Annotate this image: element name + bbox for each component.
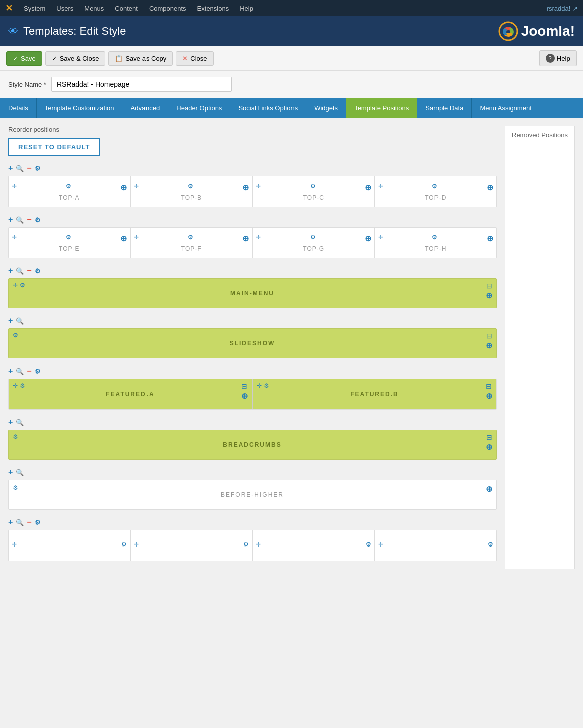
move-icon-top-a[interactable]: ✛ — [12, 183, 17, 192]
search-btn-8[interactable]: 🔍 — [16, 519, 24, 526]
tab-sample-data[interactable]: Sample Data — [417, 98, 472, 118]
search-btn-7[interactable]: 🔍 — [16, 469, 24, 476]
gear-icon-top-e[interactable]: ⚙ — [66, 234, 71, 243]
gear-icon-main-menu[interactable]: ⚙ — [20, 282, 25, 289]
add-row-btn-1[interactable]: + — [8, 164, 13, 173]
gear-icon-partial-3[interactable]: ⚙ — [366, 541, 371, 548]
search-btn-2[interactable]: 🔍 — [16, 216, 24, 224]
gear-icon-breadcrumbs[interactable]: ⚙ — [13, 433, 18, 440]
nav-content[interactable]: Content — [110, 2, 143, 15]
gear-icon-top-b[interactable]: ⚙ — [188, 183, 193, 192]
search-btn-1[interactable]: 🔍 — [16, 165, 24, 172]
add-icon-top-c[interactable]: ⊕ — [365, 183, 371, 192]
close-button[interactable]: ✕ Close — [176, 51, 213, 66]
remove-icon-featured-b[interactable]: ⊟ — [486, 382, 492, 390]
settings-btn-5[interactable]: ⚙ — [35, 368, 41, 375]
style-name-input[interactable] — [51, 77, 232, 92]
move-icon-partial-2[interactable]: ✛ — [134, 541, 139, 548]
add-icon-top-d[interactable]: ⊕ — [487, 183, 493, 192]
remove-icon-breadcrumbs[interactable]: ⊟ — [486, 433, 492, 441]
search-btn-4[interactable]: 🔍 — [16, 317, 24, 325]
move-icon-top-e[interactable]: ✛ — [12, 234, 17, 243]
add-row-btn-3[interactable]: + — [8, 266, 13, 275]
save-button[interactable]: ✓ Save — [6, 51, 42, 66]
move-icon-main-menu[interactable]: ✛ — [13, 282, 18, 289]
tab-advanced[interactable]: Advanced — [122, 98, 168, 118]
gear-icon-slideshow[interactable]: ⚙ — [13, 332, 18, 339]
search-btn-5[interactable]: 🔍 — [16, 368, 24, 375]
move-icon-featured-b[interactable]: ✛ — [257, 382, 262, 389]
add-row-btn-5[interactable]: + — [8, 367, 13, 376]
gear-icon-top-c[interactable]: ⚙ — [310, 183, 316, 192]
nav-extensions[interactable]: Extensions — [192, 2, 234, 15]
gear-icon-featured-a[interactable]: ⚙ — [20, 382, 25, 389]
move-icon-top-h[interactable]: ✛ — [378, 234, 383, 243]
gear-icon-top-f[interactable]: ⚙ — [188, 234, 193, 243]
nav-menus[interactable]: Menus — [79, 2, 109, 15]
add-icon-top-h[interactable]: ⊕ — [487, 234, 493, 243]
gear-icon-top-g[interactable]: ⚙ — [310, 234, 316, 243]
add-icon-before-higher[interactable]: ⊕ — [486, 484, 492, 494]
add-row-btn-2[interactable]: + — [8, 215, 13, 224]
gear-icon-before-higher[interactable]: ⚙ — [13, 484, 18, 491]
add-icon-top-e[interactable]: ⊕ — [120, 234, 127, 243]
gear-icon-top-h[interactable]: ⚙ — [432, 234, 438, 243]
search-btn-3[interactable]: 🔍 — [16, 267, 24, 275]
gear-icon-partial-4[interactable]: ⚙ — [488, 541, 493, 548]
add-icon-featured-b[interactable]: ⊕ — [486, 391, 492, 401]
remove-icon-featured-a[interactable]: ⊟ — [241, 382, 248, 390]
settings-btn-2[interactable]: ⚙ — [35, 216, 41, 224]
search-btn-6[interactable]: 🔍 — [16, 419, 24, 426]
add-icon-featured-a[interactable]: ⊕ — [241, 391, 248, 401]
tab-social-links[interactable]: Social Links Options — [230, 98, 306, 118]
tab-details[interactable]: Details — [0, 98, 37, 118]
add-icon-slideshow[interactable]: ⊕ — [486, 341, 492, 350]
move-icon-top-g[interactable]: ✛ — [256, 234, 261, 243]
add-icon-top-a[interactable]: ⊕ — [120, 183, 127, 192]
add-icon-top-f[interactable]: ⊕ — [242, 234, 249, 243]
add-row-btn-6[interactable]: + — [8, 418, 13, 427]
move-icon-partial-1[interactable]: ✛ — [12, 541, 17, 548]
tab-menu-assignment[interactable]: Menu Assignment — [472, 98, 540, 118]
nav-components[interactable]: Components — [144, 2, 191, 15]
settings-btn-8[interactable]: ⚙ — [35, 519, 41, 526]
move-icon-top-f[interactable]: ✛ — [134, 234, 139, 243]
remove-btn-5[interactable]: − — [27, 367, 31, 376]
add-icon-main-menu[interactable]: ⊕ — [486, 291, 492, 300]
add-row-btn-4[interactable]: + — [8, 316, 13, 325]
save-copy-button[interactable]: 📋 Save as Copy — [108, 51, 173, 66]
tab-template-positions[interactable]: Template Positions — [346, 98, 417, 118]
add-row-btn-7[interactable]: + — [8, 468, 13, 477]
gear-icon-partial-2[interactable]: ⚙ — [243, 541, 249, 548]
nav-users[interactable]: Users — [51, 2, 78, 15]
move-icon-top-d[interactable]: ✛ — [378, 183, 383, 192]
gear-icon-featured-b[interactable]: ⚙ — [264, 382, 269, 389]
remove-btn-3[interactable]: − — [27, 266, 31, 275]
nav-help[interactable]: Help — [235, 2, 258, 15]
move-icon-partial-3[interactable]: ✛ — [256, 541, 261, 548]
add-row-btn-8[interactable]: + — [8, 518, 13, 527]
add-icon-top-g[interactable]: ⊕ — [365, 234, 371, 243]
remove-btn-2[interactable]: − — [27, 215, 31, 224]
move-icon-top-b[interactable]: ✛ — [134, 183, 139, 192]
help-button[interactable]: ? Help — [539, 50, 577, 66]
tab-widgets[interactable]: Widgets — [306, 98, 346, 118]
tab-template-customization[interactable]: Template Customization — [37, 98, 123, 118]
move-icon-partial-4[interactable]: ✛ — [378, 541, 383, 548]
gear-icon-top-a[interactable]: ⚙ — [66, 183, 71, 192]
remove-btn-1[interactable]: − — [27, 164, 31, 173]
remove-icon-main-menu[interactable]: ⊟ — [486, 282, 492, 290]
save-close-button[interactable]: ✓ Save & Close — [45, 51, 106, 66]
gear-icon-partial-1[interactable]: ⚙ — [121, 541, 127, 548]
move-icon-featured-a[interactable]: ✛ — [13, 382, 18, 389]
reset-to-default-button[interactable]: RESET TO DEFAULT — [8, 138, 100, 156]
nav-system[interactable]: System — [19, 2, 50, 15]
gear-icon-top-d[interactable]: ⚙ — [432, 183, 438, 192]
add-icon-top-b[interactable]: ⊕ — [242, 183, 249, 192]
settings-btn-1[interactable]: ⚙ — [35, 165, 41, 172]
user-area[interactable]: rsradda! ↗ — [547, 5, 578, 12]
add-icon-breadcrumbs[interactable]: ⊕ — [486, 442, 492, 452]
move-icon-top-c[interactable]: ✛ — [256, 183, 261, 192]
settings-btn-3[interactable]: ⚙ — [35, 267, 41, 275]
remove-btn-8[interactable]: − — [27, 518, 31, 527]
